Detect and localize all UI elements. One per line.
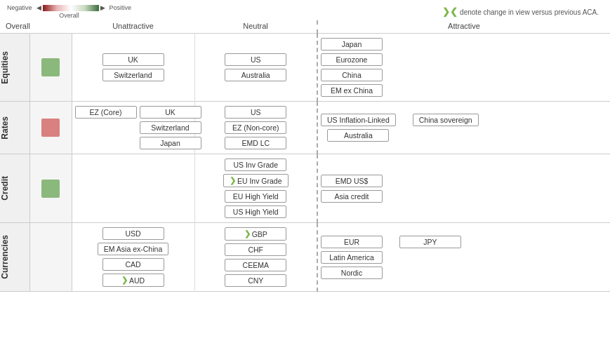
item-box: Asia credit <box>321 190 383 203</box>
section-name-label: Rates <box>0 116 10 140</box>
item-box: Japan <box>321 38 383 50</box>
attractive-cell: US Inflation-LinkedAustraliaChina sovere… <box>317 102 610 154</box>
item-box: EU High Yield <box>225 190 286 203</box>
item-box: EZ (Non-core) <box>225 121 286 134</box>
section-row: RatesEZ (Core)UKSwitzerlandJapanUSEZ (No… <box>0 102 610 154</box>
item-box: CNY <box>225 274 286 287</box>
item-box: EUR <box>321 236 383 248</box>
top-legend: Negative ◀ ▶ Positive Overall ❯❮ denote … <box>0 0 610 20</box>
item-box: JPY <box>399 236 461 248</box>
item-box: EMD LC <box>225 137 286 149</box>
item-box: Switzerland <box>102 69 164 81</box>
section-name-cell: Rates <box>0 102 29 154</box>
section-row: CurrenciesUSDEM Asia ex-ChinaCAD❯AUD❯GBP… <box>0 223 610 292</box>
overall-cell <box>29 102 72 154</box>
item-box: Switzerland <box>140 121 201 134</box>
chevron-open-icon: ❯ <box>244 229 251 238</box>
section-name-cell: Equities <box>0 34 29 102</box>
section-name-label: Credit <box>0 176 10 201</box>
unattractive-cell: USDEM Asia ex-ChinaCAD❯AUD <box>72 223 194 292</box>
section-row: EquitiesUKSwitzerlandUSAustraliaJapanEur… <box>0 34 610 102</box>
overall-cell <box>29 154 72 223</box>
section-name-cell: Credit <box>0 154 29 223</box>
section-name-label: Equities <box>0 51 10 84</box>
header-attractive: Attractive <box>317 20 610 34</box>
item-box: US High Yield <box>225 205 286 218</box>
item-box: ❯AUD <box>102 274 164 287</box>
item-box: US Inv Grade <box>225 159 286 171</box>
attractive-cell: JapanEurozoneChinaEM ex China <box>317 34 610 102</box>
header-unattractive: Unattractive <box>72 20 194 34</box>
main-table: Overall Unattractive Neutral Attractive … <box>0 20 610 292</box>
item-box: China sovereign <box>413 114 479 126</box>
unattractive-cell <box>72 154 194 223</box>
chevron-open-icon: ❯ <box>230 176 236 185</box>
neg-pos-legend: Negative ◀ ▶ Positive Overall <box>7 4 131 19</box>
overall-cell <box>29 34 72 102</box>
item-box: Japan <box>140 137 201 149</box>
neutral-cell: USEZ (Non-core)EMD LC <box>194 102 317 154</box>
sentiment-indicator <box>41 119 60 137</box>
header-neutral: Neutral <box>194 20 317 34</box>
overall-label-top: Overall <box>7 12 131 19</box>
neutral-cell: USAustralia <box>194 34 317 102</box>
item-box: China <box>321 69 383 81</box>
item-box: CHF <box>225 243 286 256</box>
item-box: EM Asia ex-China <box>98 243 168 255</box>
item-box: Latin America <box>321 251 383 264</box>
section-name-label: Currencies <box>0 235 10 279</box>
positive-label: Positive <box>110 4 132 11</box>
sentiment-indicator <box>41 58 60 76</box>
attractive-cell: EMD US$Asia credit <box>317 154 610 223</box>
negative-label: Negative <box>7 4 32 11</box>
item-box: US <box>225 106 286 119</box>
item-box: CEEMA <box>225 259 286 271</box>
sentiment-indicator <box>41 180 60 198</box>
item-box: US Inflation-Linked <box>321 114 396 126</box>
attractive-cell: EURLatin AmericaNordicJPY <box>317 223 610 292</box>
item-box: US <box>225 53 286 66</box>
item-box: UK <box>102 53 164 66</box>
section-name-cell: Currencies <box>0 223 29 292</box>
item-box: Eurozone <box>321 53 383 66</box>
unattractive-cell: UKSwitzerland <box>72 34 194 102</box>
item-box: EMD US$ <box>321 175 383 187</box>
item-box: UK <box>140 106 201 119</box>
header-row: Overall Unattractive Neutral Attractive <box>0 20 610 34</box>
item-box: ❯GBP <box>225 227 286 241</box>
neutral-cell: ❯GBPCHFCEEMACNY <box>194 223 317 292</box>
item-box: CAD <box>102 258 164 271</box>
chevron-open-icon: ❯ <box>121 276 128 285</box>
item-box: EM ex China <box>321 84 383 97</box>
neutral-cell: US Inv Grade❯EU Inv GradeEU High YieldUS… <box>194 154 317 223</box>
item-box: Australia <box>225 69 286 81</box>
item-box: Australia <box>327 129 389 142</box>
item-box: ❯EU Inv Grade <box>223 174 289 187</box>
item-box: EZ (Core) <box>75 106 137 119</box>
overall-cell <box>29 223 72 292</box>
unattractive-cell: EZ (Core)UKSwitzerlandJapan <box>72 102 194 154</box>
section-row: CreditUS Inv Grade❯EU Inv GradeEU High Y… <box>0 154 610 223</box>
change-note: ❯❮ denote change in view versus previous… <box>442 6 599 17</box>
header-overall-spacer: Overall <box>0 20 72 34</box>
item-box: USD <box>102 227 164 240</box>
item-box: Nordic <box>321 267 383 279</box>
